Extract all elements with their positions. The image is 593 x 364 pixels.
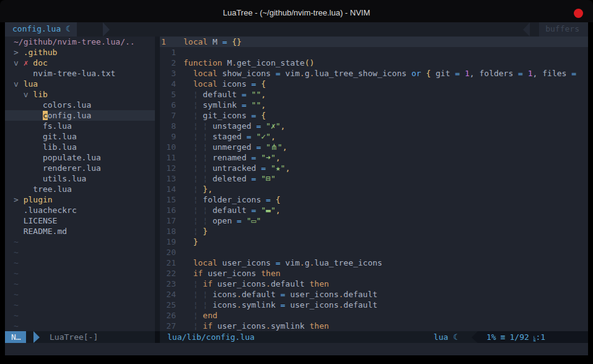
buffers-label[interactable]: buffers (539, 22, 588, 37)
code-line[interactable]: 24 ¦ ¦ icons.default = user_icons.defaul… (160, 289, 588, 300)
token: default (343, 290, 377, 299)
code-line[interactable]: 23 ¦ if user_icons.default then (160, 279, 588, 289)
token: = (518, 69, 523, 78)
token: ~ (14, 311, 19, 320)
tree-item[interactable]: v lib (5, 89, 155, 100)
indent-guide-icon: ¦ (193, 227, 203, 236)
tree-item[interactable]: git.lua (5, 131, 155, 142)
tree-item[interactable]: LICENSE (5, 215, 155, 226)
tree-item[interactable]: v lua (5, 79, 155, 89)
token: then (261, 269, 280, 278)
tab-config-lua[interactable]: config.lua ☾ (5, 22, 77, 37)
code-line[interactable]: 19 } (160, 236, 588, 247)
token: , (276, 206, 281, 215)
code-line[interactable]: 26 ¦ end (160, 310, 588, 321)
tree-item[interactable]: colors.lua (5, 100, 155, 110)
code-line[interactable]: 1local M = {} (160, 37, 588, 47)
code-line[interactable]: 11 ¦ ¦ renamed = "➜", (160, 152, 588, 163)
code-line[interactable]: 2function M.get_icon_state() (160, 58, 588, 68)
code-line[interactable]: 15 ¦ folder_icons = { (160, 194, 588, 205)
code-line-text (176, 247, 183, 258)
close-button[interactable] (574, 9, 583, 18)
file-tree-window[interactable]: ~/github/nvim-tree.lua/..> .githubv ✗ do… (5, 37, 155, 331)
token: "" (252, 90, 261, 99)
line-number: 6 (160, 100, 176, 110)
token: ~ (14, 237, 19, 246)
token: README.md (14, 227, 67, 236)
token: symlink (242, 300, 281, 310)
code-line[interactable]: 18 ¦ } (160, 226, 588, 236)
tree-item[interactable]: populate.lua (5, 152, 155, 163)
token: , (271, 132, 276, 141)
code-line[interactable]: 5 ¦ default = "", (160, 89, 588, 100)
token: v (24, 90, 33, 99)
token: ~ (14, 248, 19, 257)
code-line[interactable]: 16 ¦ ¦ default = "▬", (160, 205, 588, 215)
tree-item[interactable]: > plugin (5, 194, 155, 205)
indent-guide-icon: ¦ (193, 195, 203, 204)
code-line[interactable]: 3 local show_icons = vim.g.lua_tree_show… (160, 68, 588, 79)
token: = (276, 258, 281, 267)
line-number: 23 (160, 279, 176, 289)
line-number: 9 (160, 131, 176, 142)
code-line[interactable]: 10 ¦ ¦ unmerged = "⋔", (160, 142, 588, 152)
tree-item[interactable]: > .github (5, 47, 155, 58)
code-line[interactable]: 12 ¦ ¦ untracked = "★", (160, 163, 588, 173)
indent-guide-icon: ¦ ¦ (193, 290, 213, 299)
token: {} (232, 37, 242, 46)
token: doc (33, 58, 47, 67)
code-line[interactable]: 17 ¦ ¦ open = "▭" (160, 215, 588, 226)
tree-item[interactable]: tree.lua (5, 184, 155, 194)
tree-item[interactable]: ~/github/nvim-tree.lua/.. (5, 37, 155, 47)
line-number: 5 (160, 89, 176, 100)
window-titlebar[interactable]: LuaTree - (~/github/nvim-tree.lua) - NVI… (0, 0, 593, 22)
token: "⊟" (261, 174, 275, 183)
menu-icon: ≡ (501, 332, 506, 343)
token: user_icons (217, 258, 276, 267)
code-line[interactable]: 21 local user_icons = vim.g.lua_tree_ico… (160, 258, 588, 268)
token (183, 174, 193, 183)
token: icons (213, 300, 237, 310)
command-line[interactable] (5, 343, 588, 355)
tree-item[interactable]: fs.lua (5, 121, 155, 131)
code-line[interactable]: 14 ¦ }, (160, 184, 588, 194)
tree-item[interactable]: utils.lua (5, 173, 155, 184)
code-line-text: ¦ }, (176, 184, 213, 194)
token: then (310, 321, 329, 331)
token: renamed (213, 153, 252, 162)
code-line[interactable]: 1 (160, 47, 588, 58)
code-line[interactable]: 25 ¦ ¦ icons.symlink = user_icons.defaul… (160, 300, 588, 310)
tree-item[interactable]: v ✗ doc (5, 58, 155, 68)
line-number: 7 (160, 110, 176, 121)
line-number: 1 (160, 47, 176, 58)
token: default (271, 279, 310, 288)
code-line-text: ¦ ¦ renamed = "➜", (176, 152, 281, 163)
token: M (222, 58, 232, 67)
token: c (43, 111, 48, 120)
token (183, 290, 193, 299)
tree-item[interactable]: renderer.lua (5, 163, 155, 173)
window-separator[interactable] (155, 37, 160, 331)
tree-item[interactable]: nvim-tree-lua.txt (5, 68, 155, 79)
code-line[interactable]: 8 ¦ ¦ unstaged = "✗", (160, 121, 588, 131)
code-line[interactable]: 27 ¦ if user_icons.symlink then (160, 321, 588, 331)
token: lib.lua (14, 142, 77, 152)
code-buffer-window[interactable]: 1local M = {}12function M.get_icon_state… (160, 37, 588, 331)
token: 1 (465, 69, 470, 78)
tree-item[interactable]: README.md (5, 226, 155, 236)
code-line[interactable]: 7 ¦ git_icons = { (160, 110, 588, 121)
code-line[interactable]: 22 if user_icons then (160, 268, 588, 279)
window-title: LuaTree - (~/github/nvim-tree.lua) - NVI… (0, 8, 593, 17)
code-line-text: ¦ folder_icons = { (176, 194, 281, 205)
tree-item[interactable]: config.lua (5, 110, 155, 121)
code-line[interactable]: 4 local icons = { (160, 79, 588, 89)
code-line[interactable]: 9 ¦ ¦ staged = "✓", (160, 131, 588, 142)
code-line[interactable]: 20 (160, 247, 588, 258)
code-line[interactable]: 6 ¦ symlink = "", (160, 100, 588, 110)
scroll-percent: 1% (486, 332, 496, 343)
token: . (237, 300, 242, 310)
tree-item[interactable]: .luacheckrc (5, 205, 155, 215)
tree-item[interactable]: lib.lua (5, 142, 155, 152)
code-line[interactable]: 13 ¦ ¦ deleted = "⊟" (160, 173, 588, 184)
token: { (261, 111, 266, 120)
